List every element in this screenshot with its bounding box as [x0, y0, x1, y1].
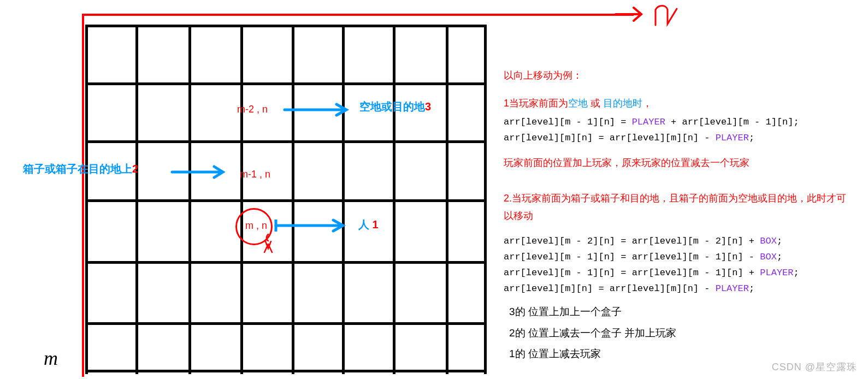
watermark: CSDN @星空露珠 — [772, 360, 857, 374]
label-suffix: 1 — [373, 218, 379, 230]
n-glyph-icon — [653, 3, 683, 28]
explanation-panel: 以向上移动为例： 1当玩家前面为空地 或 目的地时， arr[level][m … — [504, 64, 853, 366]
arrowhead-right-icon — [613, 3, 646, 25]
case2-title: 2.当玩家前面为箱子或箱子和目的地，且箱子的前面为空地或目的地，此时才可以移动 — [504, 190, 853, 225]
label-text: 箱子或箱子在目的地上 — [23, 163, 132, 175]
arrow-icon — [273, 217, 350, 234]
arrow-icon — [282, 102, 353, 118]
cell-label-m2n: m-2 , n — [237, 104, 268, 115]
label-text: 空地或目的地 — [359, 100, 425, 112]
heading: 以向上移动为例： — [504, 68, 853, 84]
code-line: arr[level][m - 1][n] = arr[level][m - 1]… — [504, 250, 853, 264]
arrow-icon — [169, 164, 229, 180]
grid: m-2 , n m-1 , n m , n — [85, 25, 487, 374]
diagram-stage: m m-2 , n m-1 , n m , n 空地 — [0, 0, 868, 379]
label-box-on-target: 箱子或箱子在目的地上2 — [23, 162, 138, 176]
code-line: arr[level][m - 1][n] = PLAYER + arr[leve… — [504, 115, 853, 129]
code-line: arr[level][m - 1][n] = arr[level][m - 1]… — [504, 265, 853, 280]
note-2: 2的 位置上减去一个盒子 并加上玩家 — [509, 325, 853, 341]
case1-explain: 玩家前面的位置加上玩家，原来玩家的位置减去一个玩家 — [504, 155, 853, 171]
label-suffix: 2 — [132, 163, 138, 175]
axis-label-m: m — [44, 347, 58, 370]
label-text: 人 — [358, 218, 369, 230]
case1-title: 1当玩家前面为空地 或 目的地时， — [504, 96, 853, 111]
person-scribble-icon — [260, 232, 276, 254]
code-line: arr[level][m][n] = arr[level][m][n] - PL… — [504, 281, 853, 296]
cell-label-m1n: m-1 , n — [240, 169, 270, 180]
code-line: arr[level][m][n] = arr[level][m][n] - PL… — [504, 131, 853, 145]
label-person: 人 1 — [358, 217, 379, 232]
code-line: arr[level][m - 2][n] = arr[level][m - 2]… — [504, 234, 853, 248]
label-suffix: 3 — [425, 100, 431, 112]
note-3: 3的 位置上加上一个盒子 — [509, 304, 853, 320]
axis-vertical — [82, 14, 84, 377]
axis-horizontal — [82, 14, 634, 16]
note-1: 1的 位置上减去玩家 — [509, 346, 853, 362]
label-empty-or-target: 空地或目的地3 — [359, 99, 431, 114]
